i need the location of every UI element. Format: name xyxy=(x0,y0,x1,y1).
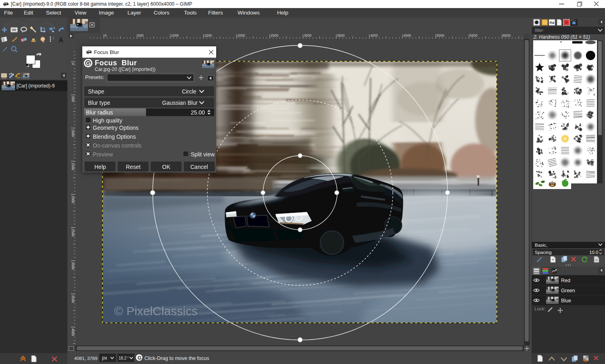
svg-text:500: 500 xyxy=(138,33,144,37)
svg-text:3500: 3500 xyxy=(71,295,75,303)
svg-text:2. Hardness 050 (51 × 51): 2. Hardness 050 (51 × 51) xyxy=(533,34,590,40)
svg-text:4000: 4000 xyxy=(71,328,75,336)
svg-text:2000: 2000 xyxy=(238,33,245,37)
svg-text:Spacing: Spacing xyxy=(535,250,552,255)
svg-text:Red: Red xyxy=(561,278,570,283)
svg-text:Basic,: Basic, xyxy=(535,243,547,248)
svg-text:2500: 2500 xyxy=(71,229,75,237)
svg-text:3000: 3000 xyxy=(304,33,311,37)
svg-text:6000: 6000 xyxy=(503,33,511,37)
svg-text:Lock:: Lock: xyxy=(534,306,546,311)
svg-text:10.0: 10.0 xyxy=(589,250,598,255)
svg-text:1000: 1000 xyxy=(71,129,75,137)
svg-text:filter: filter xyxy=(535,28,544,33)
svg-text:1000: 1000 xyxy=(171,33,179,37)
svg-text:500: 500 xyxy=(71,96,75,102)
svg-text:4000: 4000 xyxy=(370,33,378,37)
svg-text:A: A xyxy=(59,37,64,44)
svg-text:0: 0 xyxy=(105,33,107,37)
svg-text:1500: 1500 xyxy=(204,33,212,37)
svg-text:Green: Green xyxy=(561,288,575,293)
svg-text:3500: 3500 xyxy=(337,33,345,37)
svg-text:3000: 3000 xyxy=(71,262,75,270)
svg-text:2000: 2000 xyxy=(71,196,75,203)
svg-text:0: 0 xyxy=(71,63,75,65)
svg-text:Aa: Aa xyxy=(550,21,555,25)
svg-text:2500: 2500 xyxy=(271,33,278,37)
svg-text:1500: 1500 xyxy=(71,162,75,170)
svg-text:5000: 5000 xyxy=(437,33,444,37)
svg-text:5500: 5500 xyxy=(470,33,478,37)
svg-text:4500: 4500 xyxy=(403,33,411,37)
svg-text:Blue: Blue xyxy=(561,298,571,304)
